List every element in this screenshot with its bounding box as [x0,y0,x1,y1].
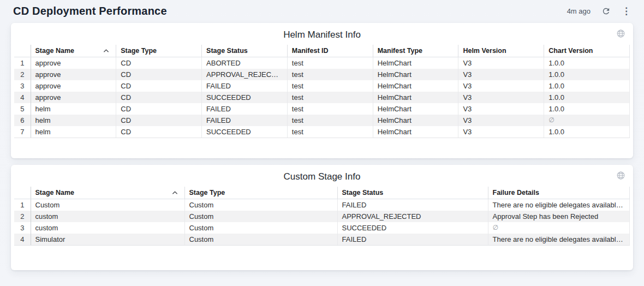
helm-manifest-table: Stage NameStage TypeStage StatusManifest… [14,45,630,138]
table-row: 2customCustomAPPROVAL_REJECTEDApproval S… [14,211,630,222]
column-header-stage-status[interactable]: Stage Status [202,45,288,57]
cell: HelmChart [373,57,458,69]
cell: ABORTED [202,57,288,69]
cell: test [287,69,373,80]
cell: SUCCEEDED [202,126,288,138]
header-actions: 4m ago ⋮ [567,7,631,16]
cell: CD [116,57,202,69]
table-row: 1approveCDABORTEDtestHelmChartV31.0.0 [14,57,630,69]
column-header-label: Chart Version [548,47,593,55]
cell: approve [31,57,116,69]
column-header-failure-details[interactable]: Failure Details [488,187,630,199]
sort-ascending-icon [103,49,109,53]
cell: helm [31,103,116,115]
column-header-label: Stage Name [35,47,75,55]
cell: HelmChart [373,103,458,115]
page-title: CD Deployment Performance [13,5,167,17]
column-header-stage-name[interactable]: Stage Name [31,45,116,57]
row-number: 5 [14,103,31,115]
column-header-label: Stage Name [35,189,75,196]
cell: FAILED [202,80,288,92]
cell: HelmChart [373,92,458,103]
cell: helm [31,115,116,126]
row-number: 7 [14,126,31,138]
globe-button[interactable] [615,170,627,183]
column-header-label: Manifest ID [292,47,329,55]
last-updated-label: 4m ago [567,7,591,15]
row-number: 4 [14,234,31,246]
cell: There are no eligible delegates availabl… [488,234,630,246]
column-header-label: Stage Type [121,47,157,55]
dashboard-page: CD Deployment Performance 4m ago ⋮ Helm … [0,0,644,270]
cell: test [287,126,373,138]
cell: HelmChart [373,126,458,138]
table-row: 7helmCDSUCCEEDEDtestHelmChartV31.0.0 [14,126,630,138]
cell: ∅ [488,222,630,234]
cell: Custom [184,222,337,234]
cell: V3 [458,92,544,103]
cell: FAILED [337,199,488,211]
cell: HelmChart [373,115,458,126]
cell: CD [116,103,202,115]
column-header-label: Stage Type [189,189,225,196]
cell: test [287,103,373,115]
cell: test [287,115,373,126]
refresh-button[interactable] [601,7,611,16]
cell: helm [31,126,116,138]
row-number: 2 [14,69,31,80]
header-row: Stage NameStage TypeStage StatusFailure … [14,187,630,199]
cell: approve [31,92,116,103]
cell: CD [116,69,202,80]
cell: APPROVAL_REJECTED [337,211,488,222]
cell: Custom [184,199,337,211]
cell: V3 [458,126,544,138]
table-row: 3customCustomSUCCEEDED∅ [14,222,630,234]
cell: approve [31,69,116,80]
cell: test [287,57,373,69]
cell: FAILED [337,234,488,246]
panel-custom-stage-info: Custom Stage Info Stage NameStage TypeSt… [11,165,633,270]
row-number-header [14,187,31,199]
cell: SUCCEEDED [202,92,288,103]
column-header-stage-type[interactable]: Stage Type [116,45,202,57]
panel-title-helm-manifest-info: Helm Manifest Info [11,23,633,45]
cell: There are no eligible delegates availabl… [488,199,630,211]
table-row: 6helmCDFAILEDtestHelmChartV3∅ [14,115,630,126]
column-header-label: Stage Status [342,189,384,196]
page-header: CD Deployment Performance 4m ago ⋮ [0,0,644,21]
row-number: 1 [14,199,31,211]
cell: APPROVAL_REJECTED [202,69,288,80]
column-header-stage-status[interactable]: Stage Status [337,187,488,199]
row-number: 1 [14,57,31,69]
cell: Custom [184,211,337,222]
column-header-chart-version[interactable]: Chart Version [544,45,630,57]
cell: approve [31,80,116,92]
cell: FAILED [202,115,288,126]
cell: custom [31,222,184,234]
column-header-label: Stage Status [206,47,248,55]
header-row: Stage NameStage TypeStage StatusManifest… [14,45,630,57]
cell: test [287,80,373,92]
cell: HelmChart [373,69,458,80]
cell: ∅ [544,115,630,126]
column-header-stage-type[interactable]: Stage Type [184,187,337,199]
cell: 1.0.0 [544,92,630,103]
more-options-button[interactable]: ⋮ [622,7,631,16]
panel-title-custom-stage-info: Custom Stage Info [11,165,633,187]
cell: V3 [458,57,544,69]
column-header-manifest-id[interactable]: Manifest ID [287,45,373,57]
column-header-stage-name[interactable]: Stage Name [31,187,184,199]
refresh-icon [601,7,611,16]
cell: SUCCEEDED [337,222,488,234]
custom-stage-table: Stage NameStage TypeStage StatusFailure … [14,187,630,246]
column-header-manifest-type[interactable]: Manifest Type [373,45,458,57]
column-header-helm-version[interactable]: Helm Version [458,45,544,57]
table-row: 1CustomCustomFAILEDThere are no eligible… [14,199,630,211]
globe-button[interactable] [615,28,627,41]
cell: Custom [184,234,337,246]
sort-ascending-icon [172,190,178,195]
cell: 1.0.0 [544,57,630,69]
cell: 1.0.0 [544,69,630,80]
cell: 1.0.0 [544,126,630,138]
row-number: 2 [14,211,31,222]
